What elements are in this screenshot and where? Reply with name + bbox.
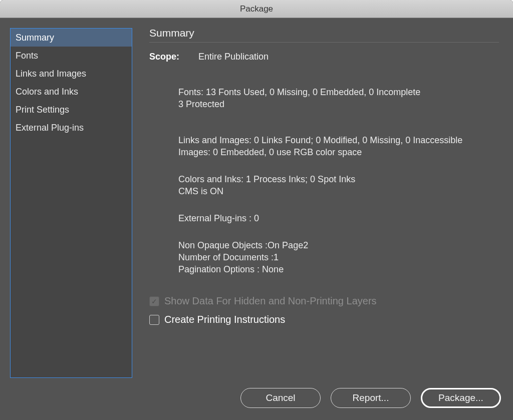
scope-row: Scope: Entire Publication (149, 52, 499, 62)
create-printing-checkbox[interactable] (149, 315, 159, 325)
sidebar: Summary Fonts Links and Images Colors an… (10, 28, 132, 378)
sidebar-item-fonts[interactable]: Fonts (11, 47, 132, 65)
sidebar-item-label: Colors and Inks (16, 87, 78, 97)
links-line-2: Images: 0 Embedded, 0 use RGB color spac… (178, 146, 499, 158)
pagination-line: Pagination Options : None (178, 263, 499, 275)
scope-value: Entire Publication (198, 52, 269, 62)
plugins-summary: External Plug-ins : 0 (178, 212, 499, 224)
sidebar-item-label: Print Settings (16, 105, 69, 115)
show-data-checkbox-row: ✓ Show Data For Hidden and Non-Printing … (149, 295, 499, 307)
titlebar: Package (0, 0, 513, 18)
colors-line-1: Colors and Inks: 1 Process Inks; 0 Spot … (178, 173, 499, 185)
sidebar-item-colors-inks[interactable]: Colors and Inks (11, 83, 132, 101)
links-summary: Links and Images: 0 Links Found; 0 Modif… (178, 134, 499, 158)
sidebar-item-label: Links and Images (16, 69, 86, 79)
docs-line: Number of Documents :1 (178, 251, 499, 263)
fonts-line-2: 3 Protected (178, 98, 499, 110)
sidebar-item-links-images[interactable]: Links and Images (11, 65, 132, 83)
sidebar-item-summary[interactable]: Summary (11, 29, 132, 47)
main-panel: Summary Scope: Entire Publication Fonts:… (132, 28, 503, 378)
opaque-line: Non Opaque Objects :On Page2 (178, 239, 499, 251)
show-data-label: Show Data For Hidden and Non-Printing La… (164, 295, 377, 307)
sidebar-item-label: Summary (16, 33, 54, 43)
sidebar-item-external-plugins[interactable]: External Plug-ins (11, 119, 132, 137)
links-line-1: Links and Images: 0 Links Found; 0 Modif… (178, 134, 499, 146)
sidebar-item-label: External Plug-ins (16, 123, 84, 133)
create-printing-checkbox-row[interactable]: Create Printing Instructions (149, 314, 499, 325)
dialog-footer: Cancel Report... Package... (0, 385, 513, 420)
check-icon: ✓ (151, 298, 157, 305)
dialog-title: Package (240, 4, 273, 14)
create-printing-label: Create Printing Instructions (164, 314, 285, 325)
cancel-button[interactable]: Cancel (240, 388, 321, 408)
sidebar-item-label: Fonts (16, 51, 38, 61)
sidebar-item-print-settings[interactable]: Print Settings (11, 101, 132, 119)
fonts-line-1: Fonts: 13 Fonts Used, 0 Missing, 0 Embed… (178, 86, 499, 98)
fonts-summary: Fonts: 13 Fonts Used, 0 Missing, 0 Embed… (178, 86, 499, 110)
show-data-checkbox: ✓ (149, 296, 159, 306)
dialog-content: Summary Fonts Links and Images Colors an… (0, 18, 513, 385)
colors-line-2: CMS is ON (178, 185, 499, 197)
report-button[interactable]: Report... (331, 388, 411, 408)
package-button[interactable]: Package... (421, 388, 501, 408)
page-title: Summary (149, 27, 499, 43)
colors-summary: Colors and Inks: 1 Process Inks; 0 Spot … (178, 173, 499, 197)
checkbox-section: ✓ Show Data For Hidden and Non-Printing … (149, 288, 499, 325)
package-dialog: Package Summary Fonts Links and Images C… (0, 0, 513, 420)
plugins-line: External Plug-ins : 0 (178, 212, 499, 224)
scope-label: Scope: (149, 52, 179, 62)
misc-summary: Non Opaque Objects :On Page2 Number of D… (178, 239, 499, 275)
